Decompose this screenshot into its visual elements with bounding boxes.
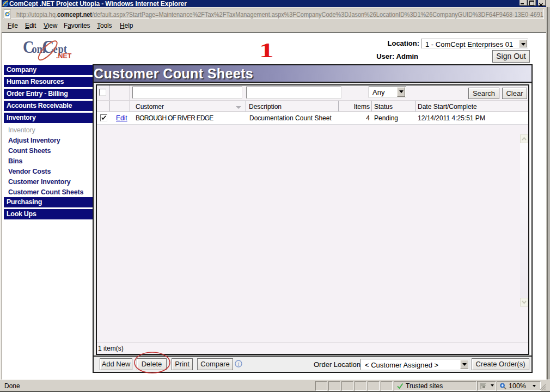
svg-text:C: C	[42, 36, 54, 57]
svg-text:i: i	[238, 361, 240, 367]
svg-text:.NET: .NET	[56, 52, 72, 60]
